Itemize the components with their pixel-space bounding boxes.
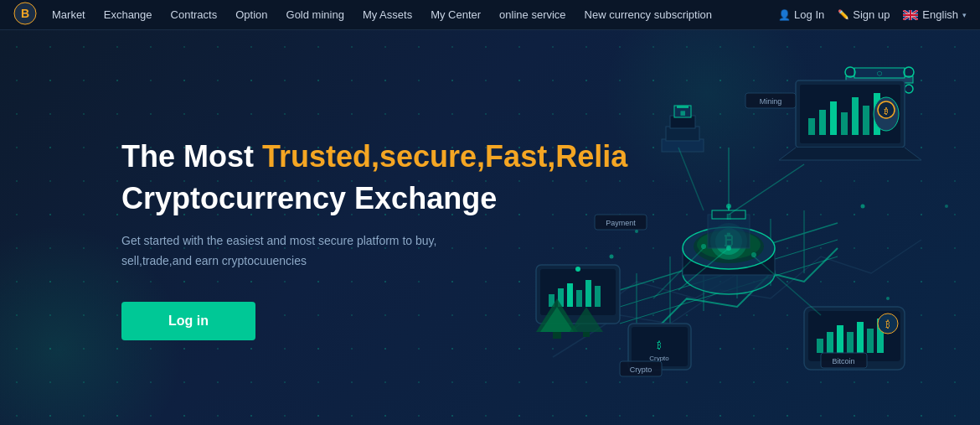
svg-text:Mining: Mining [760, 97, 782, 106]
svg-text:▦: ▦ [680, 110, 686, 116]
nav-links: Market Exchange Contracts Option Gold mi… [52, 8, 778, 21]
svg-rect-81 [847, 332, 854, 353]
signup-button[interactable]: ✏️ Sign up [838, 8, 890, 21]
svg-text:B: B [21, 7, 29, 20]
svg-rect-64 [677, 106, 689, 108]
svg-point-102 [886, 297, 890, 300]
nav-item-my-assets[interactable]: My Assets [363, 8, 412, 21]
svg-point-100 [635, 230, 638, 233]
svg-line-94 [678, 148, 704, 210]
language-selector[interactable]: English ▾ [903, 8, 967, 21]
flag-icon [903, 10, 918, 20]
svg-rect-60 [666, 127, 699, 141]
hero-cta-button[interactable]: Log in [121, 302, 255, 340]
nav-item-exchange[interactable]: Exchange [104, 8, 152, 21]
svg-rect-25 [819, 110, 826, 135]
svg-point-96 [726, 204, 731, 209]
nav-right: 👤 Log In ✏️ Sign up English ▾ [778, 8, 967, 21]
nav-item-my-center[interactable]: My Center [431, 8, 481, 21]
svg-rect-80 [837, 325, 843, 353]
svg-rect-28 [852, 97, 859, 135]
svg-point-98 [751, 252, 756, 257]
svg-point-95 [726, 246, 731, 251]
svg-point-14 [845, 67, 855, 77]
svg-point-15 [904, 67, 914, 77]
chevron-down-icon: ▾ [962, 11, 967, 19]
svg-rect-79 [827, 332, 833, 353]
hero-subtitle: Get started with the easiest and most se… [121, 231, 507, 272]
hero-title-highlight: Trusted,secure,Fast,Relia [262, 139, 627, 174]
svg-text:₿: ₿ [657, 340, 662, 350]
svg-point-17 [905, 85, 913, 93]
nav-item-online-service[interactable]: online service [499, 8, 566, 21]
hero-content: The Most Trusted,secure,Fast,Relia Crypt… [121, 139, 627, 340]
svg-rect-83 [867, 329, 874, 353]
login-button[interactable]: 👤 Log In [778, 8, 824, 21]
svg-point-97 [701, 244, 706, 249]
svg-rect-42 [708, 215, 750, 248]
svg-text:⬡: ⬡ [877, 70, 882, 76]
nav-item-option[interactable]: Option [235, 8, 267, 21]
svg-rect-78 [817, 339, 823, 353]
nav-item-market[interactable]: Market [52, 8, 85, 21]
svg-text:₿: ₿ [885, 319, 890, 329]
svg-rect-29 [863, 106, 869, 135]
svg-text:Crypto: Crypto [630, 365, 652, 374]
hero-title-line1: The Most Trusted,secure,Fast,Relia [121, 139, 627, 174]
person-icon: 👤 [778, 9, 791, 21]
svg-point-101 [861, 205, 865, 209]
svg-line-90 [729, 164, 804, 215]
svg-rect-24 [808, 118, 815, 135]
svg-point-103 [945, 205, 948, 208]
svg-text:₿: ₿ [884, 106, 889, 116]
svg-rect-26 [830, 101, 837, 135]
logo[interactable]: B [13, 2, 52, 29]
svg-rect-27 [841, 112, 848, 135]
hero-section: The Most Trusted,secure,Fast,Relia Crypt… [0, 30, 980, 425]
edit-icon: ✏️ [838, 9, 849, 20]
svg-text:Bitcoin: Bitcoin [832, 357, 854, 365]
nav-item-new-currency[interactable]: New currency subscription [585, 8, 712, 21]
navbar: B Market Exchange Contracts Option Gold … [0, 0, 980, 30]
nav-item-gold-mining[interactable]: Gold mining [286, 8, 344, 21]
hero-title-static: The Most [121, 139, 254, 174]
hero-title-line2: Cryptocurrency Exchange [121, 181, 627, 216]
nav-item-contracts[interactable]: Contracts [171, 8, 218, 21]
svg-rect-82 [857, 322, 864, 353]
